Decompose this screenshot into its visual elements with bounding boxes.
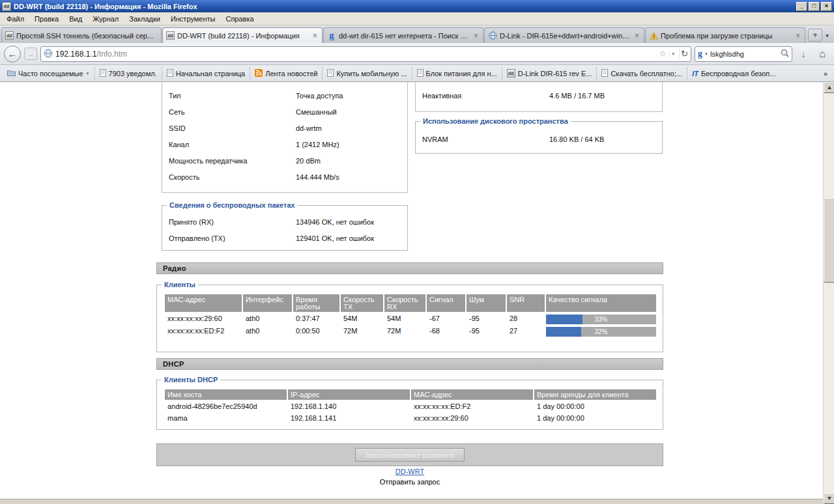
bookmark-label: Начальная страница xyxy=(176,70,245,77)
info-value: 144.444 Mb/s xyxy=(296,173,401,181)
dhcp-ip: 192.168.1.141 xyxy=(288,413,410,423)
disk-usage-section: Использование дискового пространства NVR… xyxy=(415,121,663,154)
client-tx-rate: 54M xyxy=(341,313,383,324)
info-value: 1 (2412 MHz) xyxy=(296,141,401,148)
column-header: Шум xyxy=(467,294,506,312)
client-row: xx:xx:xx:xx:ED:F2 ath0 0:00:50 72M 72M -… xyxy=(165,326,655,337)
tab-close-icon[interactable]: × xyxy=(311,33,319,39)
search-bar[interactable]: g ▼ lskghlsdhg xyxy=(695,46,792,62)
info-label: Канал xyxy=(169,141,296,148)
it-site-icon: IT xyxy=(692,70,698,77)
bookmark-most-visited[interactable]: Часто посещаемые ▼ xyxy=(3,67,94,79)
tab-close-icon[interactable]: × xyxy=(472,33,480,39)
home-button[interactable]: ⌂ xyxy=(814,46,830,62)
info-label: Отправлено (TX) xyxy=(169,234,296,242)
forward-button[interactable]: → xyxy=(24,48,37,60)
tab-load-error[interactable]: Проблема при загрузке страницы × xyxy=(645,27,805,43)
info-value: 4.6 MB / 16.7 MB xyxy=(549,92,655,100)
search-engine-dropdown-icon[interactable]: ▼ xyxy=(704,52,708,56)
search-engine-google-icon[interactable]: g xyxy=(698,49,702,59)
section-title: Клиенты DHCP xyxy=(162,376,220,384)
page-footer-bar: Автообновление включено xyxy=(156,443,663,466)
info-row: ТипТочка доступа xyxy=(162,87,407,104)
site-identity-globe-icon[interactable] xyxy=(44,49,53,59)
memory-box: Неактивная4.6 MB / 16.7 MB xyxy=(415,82,663,112)
ddwrt-link[interactable]: DD-WRT xyxy=(395,468,424,475)
bookmarks-overflow-chevron-icon[interactable]: » xyxy=(820,70,831,77)
bookmark-label: 7903 уведомл. xyxy=(109,70,157,77)
list-all-tabs-icon[interactable]: ▾ xyxy=(823,31,831,40)
auto-refresh-button[interactable]: Автообновление включено xyxy=(355,448,464,462)
bookmark-item[interactable]: Блок питания для н... xyxy=(412,67,502,80)
column-header: Сигнал xyxy=(427,294,465,312)
client-noise: -95 xyxy=(467,326,506,337)
bookmark-wireless-security[interactable]: IT Беспроводная безоп... xyxy=(687,68,780,79)
bookmark-news-feed[interactable]: Лента новостей xyxy=(250,67,322,80)
tab-ddwrt-info[interactable]: dd DD-WRT (build 22118) - Информация × xyxy=(162,27,323,43)
menu-view[interactable]: Вид xyxy=(64,13,87,25)
dhcp-row: android-48296be7ec25940d 192.168.1.140 x… xyxy=(165,401,655,412)
close-button[interactable]: × xyxy=(821,2,832,11)
google-favicon-icon: g xyxy=(327,31,336,40)
info-row: Мощность передатчика20 dBm xyxy=(162,152,407,169)
tab-dlink-forum[interactable]: D-Link - DIR-615e+ddwrt+android+winx... … xyxy=(484,27,644,43)
url-input[interactable]: 192.168.1.1/Info.htm xyxy=(55,49,656,59)
info-row: NVRAM16.80 KB / 64 KB xyxy=(416,131,662,147)
new-tab-button[interactable]: + xyxy=(808,29,822,42)
minimize-button[interactable]: _ xyxy=(796,2,807,11)
client-rx-rate: 54M xyxy=(384,313,425,324)
info-label: NVRAM xyxy=(422,135,549,143)
bookmark-label: Беспроводная безоп... xyxy=(701,70,775,77)
menubar: Файл Правка Вид Журнал Закладки Инструме… xyxy=(0,12,834,25)
page-icon xyxy=(601,69,608,78)
back-button[interactable]: ← xyxy=(4,46,21,63)
client-row: xx:xx:xx:xx:29:60 ath0 0:37:47 54M 54M -… xyxy=(165,313,655,324)
dhcp-ip: 192.168.1.140 xyxy=(288,401,410,412)
menu-tools[interactable]: Инструменты xyxy=(165,13,221,25)
info-row: Скорость144.444 Mb/s xyxy=(162,169,407,185)
menu-history[interactable]: Журнал xyxy=(87,13,124,25)
bookmark-item[interactable]: Купить мобильную ... xyxy=(322,67,411,80)
url-bar[interactable]: 192.168.1.1/Info.htm ☆ ▼ ↻ xyxy=(40,46,691,62)
search-input[interactable]: lskghlsdhg xyxy=(710,50,779,58)
menu-bookmarks[interactable]: Закладки xyxy=(124,13,165,25)
app-icon: dd xyxy=(2,2,11,11)
scrollbar-thumb[interactable] xyxy=(824,198,834,283)
info-row: Отправлено (TX)129401 OK, нет ошибок xyxy=(162,230,407,246)
tab-ssh-tunnel[interactable]: dd Простой SSH тоннель (безопасный сер..… xyxy=(1,27,162,43)
maximize-button[interactable]: □ xyxy=(809,2,820,11)
bookmark-item[interactable]: Начальная страница xyxy=(162,67,250,80)
tab-close-icon[interactable]: × xyxy=(794,33,801,39)
info-label: Скорость xyxy=(169,173,296,181)
signal-quality-bar: 33% xyxy=(546,315,656,324)
client-mac: xx:xx:xx:xx:29:60 xyxy=(165,313,242,324)
reload-icon[interactable]: ↻ xyxy=(679,49,688,59)
dhcp-mac: xx:xx:xx:xx:29:60 xyxy=(411,413,533,423)
radio-section-header: Радио xyxy=(156,262,663,274)
bookmark-item[interactable]: 7903 уведомл. xyxy=(94,67,162,80)
back-arrow-icon: ← xyxy=(8,49,17,59)
info-value: Смешанный xyxy=(296,108,401,116)
column-header: Скорость TX xyxy=(341,294,383,312)
menu-help[interactable]: Справка xyxy=(220,13,259,25)
search-go-icon[interactable] xyxy=(781,49,789,59)
scroll-down-button[interactable] xyxy=(824,493,834,504)
window-title: DD-WRT (build 22118) - Информация - Mozi… xyxy=(14,3,796,10)
dhcp-lease: 1 day 00:00:00 xyxy=(534,413,656,423)
downloads-button[interactable]: ↓ xyxy=(796,46,811,62)
tab-bar: dd Простой SSH тоннель (безопасный сер..… xyxy=(0,25,834,43)
bookmark-item[interactable]: Скачать бесплатно;... xyxy=(596,67,687,80)
menu-file[interactable]: Файл xyxy=(1,13,29,25)
tab-close-icon[interactable]: × xyxy=(633,33,640,39)
footer-link-line: DD-WRT xyxy=(156,468,663,475)
scroll-down-arrow-icon xyxy=(827,497,831,500)
client-signal: -67 xyxy=(427,313,465,324)
vertical-scrollbar[interactable] xyxy=(823,82,834,504)
menu-edit[interactable]: Правка xyxy=(29,13,64,25)
url-host: 192.168.1.1 xyxy=(55,49,96,59)
scroll-up-button[interactable] xyxy=(824,82,834,93)
tab-google-search[interactable]: g dd-wrt dir-615 нет интернета - Поиск в… xyxy=(323,27,483,43)
bookmark-star-icon[interactable]: ☆ xyxy=(659,49,667,59)
urlbar-dropdown-icon[interactable]: ▼ xyxy=(669,52,676,56)
bookmark-dlink-ddwrt[interactable]: dd D-Link DIR-615 rev E... xyxy=(502,67,597,79)
